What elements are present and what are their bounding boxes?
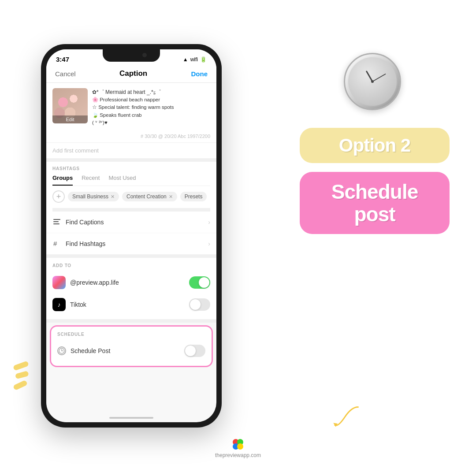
dash-3 xyxy=(13,380,28,390)
preview-toggle[interactable] xyxy=(189,276,210,289)
schedule-label: SCHEDULE xyxy=(51,330,212,340)
phone-screen: 3:47 ▲ wifi 🔋 Cancel Caption Done Edit xyxy=(46,49,216,422)
menu-section: Find Captions › # Find Hashtags › xyxy=(46,212,216,258)
toggle-knob xyxy=(185,346,196,356)
chevron-right-icon: › xyxy=(208,240,210,247)
chip-remove-content-creation[interactable]: ✕ xyxy=(169,194,173,200)
brand-url: thepreviewapp.com xyxy=(215,452,261,458)
done-button[interactable]: Done xyxy=(191,70,208,78)
schedule-post-text: Schedulepost xyxy=(314,181,435,225)
phone-notch xyxy=(103,49,160,62)
edit-overlay[interactable]: Edit xyxy=(52,115,88,123)
caption-image[interactable]: Edit xyxy=(52,88,88,123)
right-panel: Option 2 Schedulepost xyxy=(300,53,450,234)
tiktok-toggle[interactable] xyxy=(189,298,210,311)
option2-text: Option 2 xyxy=(339,135,410,156)
cancel-button[interactable]: Cancel xyxy=(55,70,76,78)
chip-label: Content Creation xyxy=(126,193,167,200)
find-captions-label: Find Captions xyxy=(66,219,104,226)
tab-most-used[interactable]: Most Used xyxy=(108,175,136,186)
clock-minute-hand xyxy=(372,74,386,82)
signal-icon: ▲ xyxy=(183,56,188,63)
decorative-dashes xyxy=(13,363,29,388)
svg-text:#: # xyxy=(53,240,57,247)
chip-small-business: Small Business ✕ xyxy=(68,192,119,201)
add-to-section: ADD TO @preview.app.life ♪ T xyxy=(46,258,216,323)
phone-mockup: 3:47 ▲ wifi 🔋 Cancel Caption Done Edit xyxy=(41,44,222,428)
tiktok-logo: ♪ xyxy=(58,301,61,308)
find-captions-item[interactable]: Find Captions › xyxy=(46,212,216,233)
hashtag-tabs: Groups Recent Most Used xyxy=(52,175,210,186)
home-indicator xyxy=(109,417,153,419)
clock-center-dot xyxy=(371,80,374,83)
schedule-post-label: Schedule Post xyxy=(71,347,110,354)
curved-arrow-icon xyxy=(331,404,366,430)
caption-line-3: ☆ Special talent: finding warm spots xyxy=(92,104,210,111)
add-to-tiktok: ♪ Tiktok xyxy=(46,294,216,316)
comment-field[interactable]: Add first comment xyxy=(46,143,216,162)
nav-title: Caption xyxy=(119,69,147,78)
menu-left: # Find Hashtags xyxy=(52,239,105,248)
clock-emoji xyxy=(344,53,405,115)
add-to-preview: @preview.app.life xyxy=(46,271,216,294)
char-count: # 30/30 @ 20/20 Abc 1997/2200 xyxy=(46,132,216,143)
phone-camera xyxy=(142,53,147,57)
chevron-right-icon: › xyxy=(208,219,210,226)
chip-label: Presets xyxy=(185,193,203,200)
tab-recent[interactable]: Recent xyxy=(82,175,100,186)
caption-area: Edit ✿*゜ Mermaid at heart _.*ᵹ゜ 🌸 Profes… xyxy=(46,83,216,132)
schedule-post-bubble: Schedulepost xyxy=(300,172,450,234)
svg-point-11 xyxy=(237,443,243,450)
bottom-branding: thepreviewapp.com xyxy=(215,438,261,458)
status-time: 3:47 xyxy=(56,56,69,63)
lines-icon xyxy=(52,218,61,227)
toggle-knob xyxy=(199,277,209,288)
schedule-section: SCHEDULE Schedule Post xyxy=(50,325,213,367)
chip-presets: Presets xyxy=(180,192,207,201)
preview-app-name: @preview.app.life xyxy=(70,279,119,286)
add-to-left: @preview.app.life xyxy=(52,276,119,289)
arrow-container xyxy=(331,404,366,432)
menu-left: Find Captions xyxy=(52,218,104,227)
hash-icon: # xyxy=(52,239,61,248)
dash-2 xyxy=(15,371,29,379)
find-hashtags-item[interactable]: # Find Hashtags › xyxy=(46,233,216,254)
hashtag-chips: + Small Business ✕ Content Creation ✕ Pr… xyxy=(52,190,210,212)
dash-1 xyxy=(13,361,29,371)
add-to-left: ♪ Tiktok xyxy=(52,298,86,311)
chip-remove-small-business[interactable]: ✕ xyxy=(111,194,115,200)
status-icons: ▲ wifi 🔋 xyxy=(183,56,207,63)
schedule-toggle[interactable] xyxy=(184,345,205,357)
caption-line-4: 🍃 Speaks fluent crab xyxy=(92,112,210,119)
add-chip-button[interactable]: + xyxy=(52,190,65,203)
svg-rect-1 xyxy=(53,221,59,222)
tiktok-icon: ♪ xyxy=(52,298,66,311)
find-hashtags-label: Find Hashtags xyxy=(66,240,105,247)
clock-small-icon xyxy=(57,346,66,355)
clock-face xyxy=(344,53,401,110)
schedule-item: Schedule Post xyxy=(51,340,212,361)
toggle-knob xyxy=(190,299,201,310)
preview-app-icon xyxy=(52,276,66,289)
chip-content-creation: Content Creation ✕ xyxy=(122,192,177,201)
clock-inner xyxy=(348,57,397,106)
hashtags-label: HASHTAGS xyxy=(52,166,210,171)
svg-rect-2 xyxy=(53,223,60,224)
tab-groups[interactable]: Groups xyxy=(52,175,73,186)
nav-bar: Cancel Caption Done xyxy=(46,67,216,83)
schedule-left: Schedule Post xyxy=(57,346,110,355)
wifi-icon: wifi xyxy=(190,56,198,63)
phone-outer: 3:47 ▲ wifi 🔋 Cancel Caption Done Edit xyxy=(41,44,222,428)
brand-logo xyxy=(232,438,244,450)
caption-text[interactable]: ✿*゜ Mermaid at heart _.*ᵹ゜ 🌸 Professiona… xyxy=(92,88,210,126)
option2-bubble: Option 2 xyxy=(300,128,450,163)
caption-line-5: ( ᵛ ³ᵛ)♥ xyxy=(92,119,210,126)
add-to-label: ADD TO xyxy=(46,261,216,271)
chip-label: Small Business xyxy=(72,193,108,200)
brand-icon xyxy=(232,438,244,450)
caption-line-2: 🌸 Professional beach napper xyxy=(92,96,210,104)
battery-icon: 🔋 xyxy=(200,56,207,63)
svg-rect-0 xyxy=(53,219,60,220)
tiktok-name: Tiktok xyxy=(70,301,86,308)
hashtags-section: HASHTAGS Groups Recent Most Used + Small… xyxy=(46,162,216,212)
